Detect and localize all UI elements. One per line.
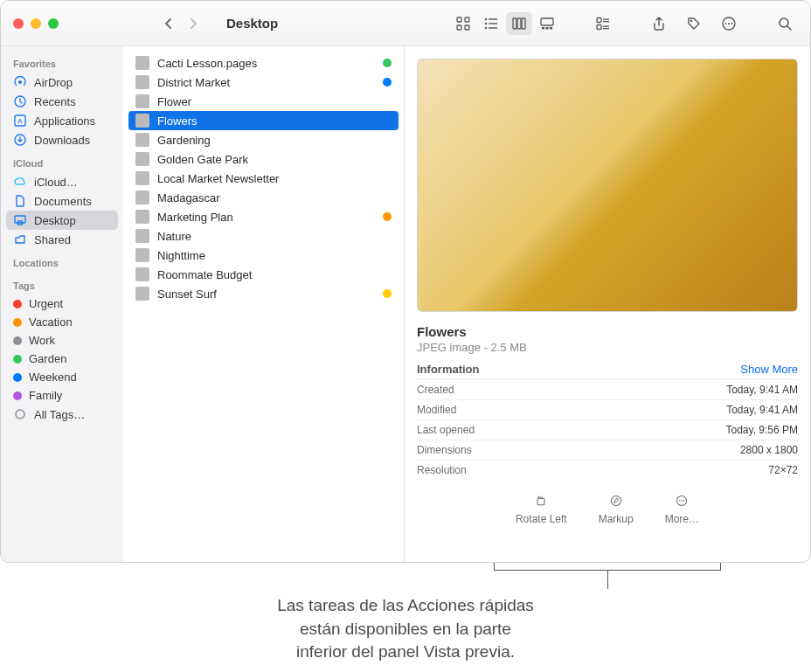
callout-bracket [494,563,721,589]
file-icon [135,171,149,185]
sidebar-item-label: Garden [29,352,66,365]
action-button[interactable] [716,12,742,35]
markup-icon [607,492,625,509]
file-item[interactable]: Sunset Surf [128,284,399,303]
titlebar: Desktop [1,1,810,46]
sidebar-item-label: Recents [34,95,76,108]
file-name: Cacti Lesson.pages [157,57,257,70]
column-view-button[interactable] [506,12,532,35]
file-item[interactable]: Roommate Budget [128,265,399,284]
file-item[interactable]: Gardening [128,130,399,149]
sidebar-item-documents[interactable]: Documents [6,191,118,211]
group-button[interactable] [590,12,616,35]
svg-line-29 [787,26,791,30]
quick-action-rotate-left[interactable]: Rotate Left [516,492,567,525]
sidebar-tag-vacation[interactable]: Vacation [6,313,118,331]
info-key: Created [417,384,454,396]
file-item[interactable]: Madagascar [128,188,399,207]
sidebar-tag-garden[interactable]: Garden [6,350,118,368]
sidebar-tag-all[interactable]: All Tags… [6,405,118,424]
file-item[interactable]: Cacti Lesson.pages [128,53,399,73]
svg-rect-12 [522,18,525,29]
sidebar-tag-family[interactable]: Family [6,386,118,405]
show-more-link[interactable]: Show More [740,363,798,376]
sidebar-item-shared[interactable]: Shared [6,230,118,249]
file-icon [135,267,149,281]
file-name: Gardening [157,134,211,147]
svg-rect-2 [457,25,461,30]
file-name: Golden Gate Park [157,153,248,166]
file-item[interactable]: Flower [128,92,399,111]
file-item[interactable]: Nature [128,226,399,246]
tag-dot-icon [383,289,392,298]
svg-rect-11 [517,18,521,29]
sidebar-item-desktop[interactable]: Desktop [6,211,118,230]
file-list[interactable]: Cacti Lesson.pagesDistrict MarketFlowerF… [123,46,405,562]
close-window[interactable] [13,18,24,29]
sidebar-item-icloud-drive[interactable]: iCloud… [6,172,118,191]
list-view-button[interactable] [478,12,504,35]
info-key: Dimensions [417,444,472,456]
back-button[interactable] [156,13,181,34]
tag-dot-icon [13,391,22,400]
tag-dot-icon [383,59,392,67]
file-item[interactable]: Local Market Newsletter [128,169,399,188]
tags-button[interactable] [681,12,707,35]
svg-rect-7 [489,23,497,24]
info-row: ModifiedToday, 9:41 AM [417,399,798,419]
info-key: Modified [417,404,456,416]
file-item[interactable]: Marketing Plan [128,207,399,226]
svg-rect-15 [546,27,549,30]
file-item[interactable]: Golden Gate Park [128,149,399,169]
forward-button[interactable] [181,13,205,34]
svg-point-23 [690,19,692,21]
sidebar-tag-work[interactable]: Work [6,331,118,350]
sidebar-item-label: Urgent [29,297,63,310]
sidebar-item-downloads[interactable]: Downloads [6,130,118,149]
svg-point-6 [485,22,487,24]
share-button[interactable] [646,12,672,35]
svg-point-26 [728,23,730,24]
sidebar-tag-weekend[interactable]: Weekend [6,368,118,386]
svg-rect-9 [489,27,497,28]
quick-action-label: Markup [599,513,634,525]
minimize-window[interactable] [31,18,41,29]
sidebar-item-airdrop[interactable]: AirDrop [6,73,118,92]
file-name: Madagascar [157,191,220,204]
preview-thumbnail[interactable] [417,59,798,312]
sidebar-item-applications[interactable]: AApplications [6,111,118,130]
quick-action-more[interactable]: More… [665,492,699,525]
quick-action-label: More… [665,513,699,525]
desktop-icon [13,213,27,227]
file-item[interactable]: District Market [128,73,399,92]
file-item[interactable]: Nighttime [128,246,399,265]
apps-icon: A [13,114,27,128]
svg-point-27 [731,23,733,24]
icon-view-button[interactable] [450,12,476,35]
tag-dot-icon [13,300,22,308]
tag-dot-icon [13,355,22,364]
file-item[interactable]: Flowers [128,111,399,130]
svg-point-25 [725,23,727,24]
info-row: Last openedToday, 9:56 PM [417,419,798,440]
clock-icon [13,94,27,108]
window-title: Desktop [226,16,278,31]
sidebar-item-label: AirDrop [34,76,73,89]
svg-rect-1 [465,17,469,22]
quick-action-markup[interactable]: Markup [599,492,634,525]
doc-icon [13,194,27,208]
file-icon [135,229,149,243]
file-name: Sunset Surf [157,288,217,301]
file-name: Marketing Plan [157,211,233,224]
sidebar-heading-tags: Tags [6,277,118,294]
zoom-window[interactable] [48,18,59,29]
sidebar-item-recents[interactable]: Recents [6,92,118,111]
all-tags-icon [13,407,27,421]
file-icon [135,75,149,89]
info-key: Resolution [417,464,467,476]
tag-dot-icon [13,373,22,382]
gallery-view-button[interactable] [534,12,560,35]
search-button[interactable] [772,12,798,35]
svg-rect-22 [603,28,609,29]
sidebar-tag-urgent[interactable]: Urgent [6,294,118,313]
